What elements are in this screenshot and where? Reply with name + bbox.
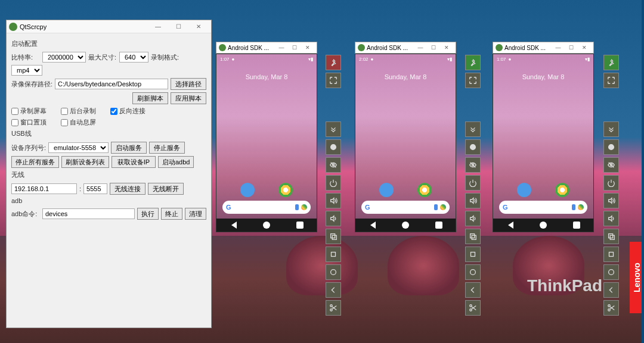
expand-button[interactable] xyxy=(326,73,341,88)
autooff-checkbox[interactable]: 自动息屏 xyxy=(61,118,96,127)
scissors-button[interactable] xyxy=(465,300,481,316)
pin-button[interactable] xyxy=(603,55,619,70)
square-button[interactable] xyxy=(603,247,619,262)
chrome-app-icon[interactable] xyxy=(278,183,293,197)
refreshdev-button[interactable]: 刷新设备列表 xyxy=(61,156,109,168)
close-button[interactable]: ✕ xyxy=(301,45,314,51)
copy-button[interactable] xyxy=(326,229,341,244)
circle-button[interactable] xyxy=(603,139,619,155)
maximize-button[interactable]: ☐ xyxy=(565,45,578,51)
chevrons-down-button[interactable] xyxy=(326,121,341,137)
copy-button[interactable] xyxy=(603,229,619,244)
volume-down-button[interactable] xyxy=(465,211,481,226)
chevrons-down-button[interactable] xyxy=(603,121,619,137)
back-button[interactable] xyxy=(465,282,481,298)
eye-off-button[interactable] xyxy=(326,157,341,173)
power-button[interactable] xyxy=(465,175,481,191)
recordfmt-select[interactable]: mp4 xyxy=(11,65,42,76)
google-search-bar[interactable]: G xyxy=(361,201,450,214)
lens-icon[interactable] xyxy=(440,204,446,210)
windowtop-checkbox[interactable]: 窗口置顶 xyxy=(11,118,47,127)
refreshscript-button[interactable]: 刷新脚本 xyxy=(132,92,168,104)
circle-button[interactable] xyxy=(326,139,341,155)
maximize-button[interactable]: ☐ xyxy=(288,45,301,51)
nav-back-icon[interactable] xyxy=(230,222,237,229)
pin-button[interactable] xyxy=(326,55,341,70)
bgrecord-checkbox[interactable]: 后台录制 xyxy=(61,107,96,116)
volume-up-button[interactable] xyxy=(603,193,619,208)
close-button[interactable]: ✕ xyxy=(578,45,591,51)
reverseconn-checkbox[interactable]: 反向连接 xyxy=(110,107,145,116)
google-search-bar[interactable]: G xyxy=(222,201,311,214)
chrome-app-icon[interactable] xyxy=(555,183,569,197)
nav-recents-icon[interactable] xyxy=(296,222,304,229)
nav-home-icon[interactable] xyxy=(402,222,409,229)
nav-back-icon[interactable] xyxy=(506,222,513,229)
lens-icon[interactable] xyxy=(578,204,584,210)
volume-down-button[interactable] xyxy=(603,211,619,226)
chevrons-down-button[interactable] xyxy=(465,121,481,137)
terminate-button[interactable]: 终止 xyxy=(161,208,182,220)
phone-screen[interactable]: 1:07 ● ▾ ▮ Sunday, Mar 8 G xyxy=(216,54,317,232)
square-button[interactable] xyxy=(465,247,481,262)
minimize-button[interactable]: — xyxy=(275,45,288,51)
mic-icon[interactable] xyxy=(295,204,299,210)
minimize-button[interactable]: — xyxy=(414,45,427,51)
messages-app-icon[interactable] xyxy=(379,183,394,197)
eye-off-button[interactable] xyxy=(603,157,619,173)
startservice-button[interactable]: 启动服务 xyxy=(111,142,147,154)
minimize-button[interactable]: — xyxy=(148,23,168,30)
recordpath-input[interactable] xyxy=(55,79,168,89)
volume-up-button[interactable] xyxy=(326,193,341,208)
home-button[interactable] xyxy=(326,264,341,280)
bitrate-select[interactable]: 2000000 xyxy=(42,52,86,63)
selectpath-button[interactable]: 选择路径 xyxy=(171,78,206,90)
home-button[interactable] xyxy=(465,264,481,280)
mic-icon[interactable] xyxy=(434,204,438,210)
phone-titlebar[interactable]: Android SDK ... — ☐ ✕ xyxy=(493,42,594,54)
copy-button[interactable] xyxy=(465,229,481,244)
phone-titlebar[interactable]: Android SDK ... — ☐ ✕ xyxy=(355,42,456,54)
stopall-button[interactable]: 停止所有服务 xyxy=(11,156,59,168)
chrome-app-icon[interactable] xyxy=(417,183,432,197)
pin-button[interactable] xyxy=(465,55,481,70)
wireless-connect-button[interactable]: 无线连接 xyxy=(110,183,145,195)
eye-off-button[interactable] xyxy=(465,157,481,173)
phone-screen[interactable]: 2:02 ● ▾ ▮ Sunday, Mar 8 G xyxy=(355,54,456,232)
volume-up-button[interactable] xyxy=(465,193,481,208)
wireless-port-input[interactable] xyxy=(83,183,107,194)
nav-recents-icon[interactable] xyxy=(435,222,442,229)
applyscript-button[interactable]: 应用脚本 xyxy=(171,92,206,104)
google-search-bar[interactable]: G xyxy=(499,201,587,214)
stopservice-button[interactable]: 停止服务 xyxy=(149,142,185,154)
power-button[interactable] xyxy=(603,175,619,191)
clear-button[interactable]: 清理 xyxy=(185,208,206,220)
titlebar[interactable]: QtScrcpy — ☐ ✕ xyxy=(7,20,211,33)
getip-button[interactable]: 获取设备IP xyxy=(112,156,156,168)
lens-icon[interactable] xyxy=(301,204,307,210)
nav-home-icon[interactable] xyxy=(263,222,270,229)
power-button[interactable] xyxy=(326,175,341,191)
adbcmd-input[interactable] xyxy=(42,208,135,219)
nav-home-icon[interactable] xyxy=(540,222,547,229)
square-button[interactable] xyxy=(326,247,341,262)
maximize-button[interactable]: ☐ xyxy=(427,45,440,51)
home-button[interactable] xyxy=(603,264,619,280)
phone-screen[interactable]: 1:07 ● ▾ ▮ Sunday, Mar 8 G xyxy=(493,54,594,232)
maximize-button[interactable]: ☐ xyxy=(168,23,188,30)
serial-select[interactable]: emulator-5558 xyxy=(48,142,109,153)
wireless-ip-input[interactable] xyxy=(11,183,77,194)
back-button[interactable] xyxy=(326,282,341,298)
recordscreen-checkbox[interactable]: 录制屏幕 xyxy=(11,107,47,116)
mic-icon[interactable] xyxy=(572,204,575,210)
maxsize-select[interactable]: 640 xyxy=(119,52,148,63)
scissors-button[interactable] xyxy=(326,300,341,316)
close-button[interactable]: ✕ xyxy=(188,23,209,30)
circle-button[interactable] xyxy=(465,139,481,155)
nav-back-icon[interactable] xyxy=(369,222,376,229)
wireless-disconnect-button[interactable]: 无线断开 xyxy=(148,183,184,195)
expand-button[interactable] xyxy=(465,73,481,88)
back-button[interactable] xyxy=(603,282,619,298)
scissors-button[interactable] xyxy=(603,300,619,316)
execute-button[interactable]: 执行 xyxy=(137,208,159,220)
